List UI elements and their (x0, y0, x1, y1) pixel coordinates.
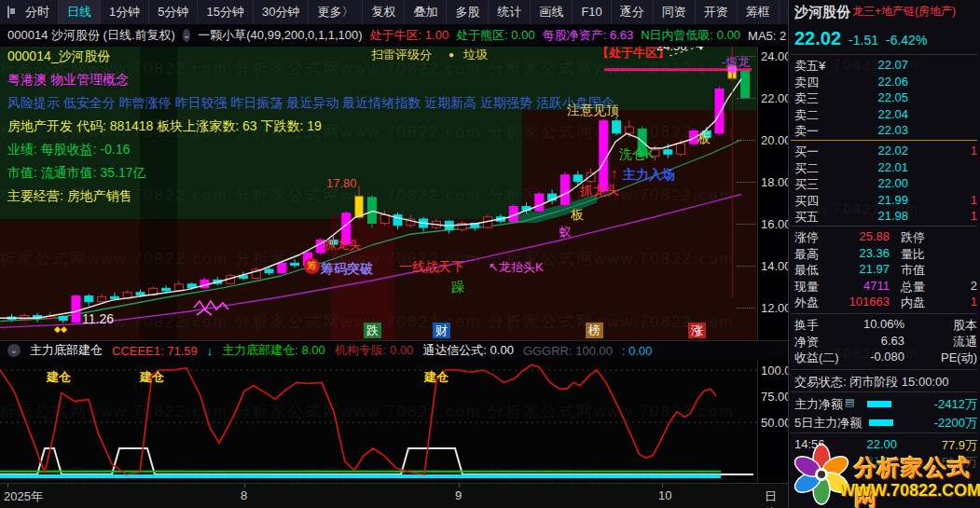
menu-item-plain[interactable]: 逐分 (612, 0, 654, 24)
menu-item-plain[interactable]: 分时 (17, 0, 59, 24)
text: 买二 (794, 160, 843, 177)
text: 收益(二) (794, 350, 849, 366)
candle-body (98, 296, 106, 301)
trade-status: 交易状态: 闭市阶段 15:00:00 (794, 374, 977, 391)
order-book-row[interactable]: 买二22.01 (794, 160, 977, 177)
order-book-row[interactable]: 卖二22.04 (794, 107, 977, 124)
divider (791, 432, 977, 433)
order-book-row[interactable]: 买一22.021 (794, 144, 977, 160)
chart-annotation: ◆◆ (54, 324, 67, 334)
text: 龙三+地产链(房地产) (852, 4, 956, 21)
menu-item-plain[interactable]: 叠加 (405, 0, 447, 24)
order-book-row[interactable]: 卖四22.06 (794, 75, 977, 91)
stat-row: 现量4711总量2 (794, 279, 977, 295)
text: 涨停 (794, 229, 832, 246)
menu-item-plain[interactable]: 复权 (363, 0, 405, 24)
tag-badge[interactable]: 榜 (586, 323, 603, 338)
text: 沙河股份 (794, 4, 850, 21)
text: 买五 (794, 209, 843, 226)
axis-dot-leader (737, 182, 755, 183)
time-axis-label: 日线 (765, 488, 788, 508)
order-book-row[interactable]: 买五21.981 (794, 209, 977, 226)
menu-item-plain[interactable]: 画线 (531, 0, 573, 24)
stat-row: 最低21.97市值 (794, 262, 977, 279)
menu-item-plain[interactable]: 统计 (489, 0, 531, 24)
info-segment: 处于牛区: 1.00 (370, 27, 449, 44)
menu-item-plain[interactable]: 5分钟 (149, 0, 198, 24)
text: 卖四 (794, 75, 843, 91)
chart-annotation: 注意见顶 (567, 103, 619, 119)
time-axis-label: 8 (241, 488, 247, 502)
menu-item-plain[interactable]: 更多〉 (309, 0, 363, 24)
menu-item-plain[interactable]: 30分钟 (254, 0, 309, 24)
time-axis-label: 2025年 (4, 488, 43, 505)
menu-item-plain[interactable]: F10 (573, 0, 611, 24)
axis-dot-leader (737, 56, 755, 57)
chevron-down-icon[interactable]: ⌄ (183, 29, 190, 42)
candle-body (613, 121, 621, 133)
order-book-row[interactable]: 卖五¥22.07 (794, 58, 977, 75)
order-book-row[interactable]: 卖三22.05 (794, 90, 977, 107)
axis-tick (244, 484, 245, 487)
menu-item-plain[interactable]: 15分钟 (198, 0, 253, 24)
menu-item-active[interactable]: 日线 (59, 0, 101, 24)
main-net-row: 主力净额▤-2412万 (794, 396, 977, 413)
menu-item-plain[interactable]: 开资 (696, 0, 738, 24)
text: 22.04 (843, 107, 908, 124)
menu-item-plain[interactable]: 筹框 (738, 0, 780, 24)
flower-center-dot (818, 471, 825, 478)
tag-badge[interactable]: 财 (433, 323, 450, 338)
order-book-row[interactable]: 买三22.00 (794, 176, 977, 193)
text: 4711 (832, 279, 890, 295)
price-axis-label: 12.00 (761, 301, 792, 315)
text: ▤ (845, 396, 854, 413)
chart-annotation: 一线战天下 (399, 259, 464, 276)
menu-item-plain[interactable]: 1分钟 (101, 0, 149, 24)
text: 跌停 (901, 229, 944, 246)
collapse-icon[interactable]: ⌄ (7, 344, 21, 357)
text: 23.36 (832, 246, 890, 263)
candle-body (535, 194, 544, 211)
candle-body (136, 293, 145, 295)
chart-annotation: 躁 (451, 280, 464, 296)
candle-body (278, 263, 286, 272)
text: -2200万 (934, 415, 977, 432)
text: -2412万 (934, 396, 977, 413)
text: 22.05 (843, 90, 908, 107)
stat-row: 外盘101663内盘1 (794, 295, 977, 311)
indicator-axis-label: 50.00 (761, 416, 792, 430)
text: 卖五¥ (794, 58, 843, 75)
text: 主力净额 (794, 396, 843, 413)
order-book-row[interactable]: 买四21.991 (794, 193, 977, 210)
chart-annotation: 抓龙头 (324, 237, 361, 254)
menu-item-plain[interactable]: 多股 (447, 0, 489, 24)
chart-annotation: 抓龙头 (580, 183, 619, 199)
text: PE(动) (941, 350, 977, 366)
chart-info-line: 粤港澳 物业管理概念 (7, 72, 129, 89)
menu-item-plain[interactable]: 同资 (654, 0, 696, 24)
text: 最高 (794, 246, 832, 263)
chart-annotation: 板 (697, 130, 711, 147)
info-segment: 一颗小草(40,99,200,0,1,1,100) (198, 27, 362, 44)
text: 21.97 (832, 262, 890, 279)
text: -6.42% (886, 33, 927, 45)
indicator-axis-label: 75.00 (761, 390, 792, 404)
tag-badge[interactable]: 涨 (688, 323, 706, 338)
text: 最低 (794, 262, 832, 279)
order-book-row[interactable]: 卖一22.03 (794, 123, 977, 140)
stock-info-bar: 000014 沙河股份 (日线.前复权)⌄一颗小草(40,99,200,0,1,… (0, 24, 788, 47)
text: 1 (971, 193, 977, 210)
chart-annotation: 11.26 (82, 311, 114, 326)
candle-body (110, 296, 118, 298)
axis-dot-leader (737, 308, 755, 309)
axis-tick (7, 484, 8, 487)
window-icon[interactable] (7, 6, 9, 19)
divider (791, 54, 977, 55)
indicator-header-segment: 主力底部建仓: 8.00 (222, 342, 325, 359)
text: 6.63 (849, 334, 904, 350)
candle-body (560, 175, 569, 205)
text: 1 (971, 295, 977, 311)
stat-row: 净资6.63流通 (794, 334, 977, 350)
tag-badge[interactable]: 跌 (364, 323, 381, 338)
chart-annotation: 板 (571, 207, 584, 224)
